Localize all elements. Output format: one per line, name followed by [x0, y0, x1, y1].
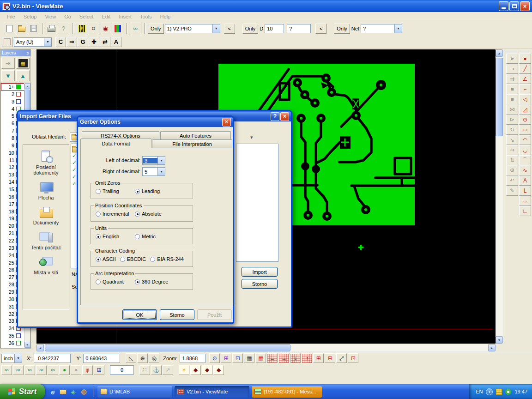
radio-option[interactable]: 360 Degree	[135, 279, 169, 284]
goto-dcode-button[interactable]: G	[78, 37, 88, 47]
radio-option[interactable]: Quadrant	[96, 279, 135, 284]
grid-snap-icon[interactable]: ⊞	[313, 353, 324, 363]
canvas-vertical-scrollbar[interactable]: ▲ ▼	[496, 49, 503, 344]
pad-select2-icon[interactable]: ◆	[202, 365, 212, 375]
highlight-on-icon[interactable]: ●	[59, 365, 70, 375]
menu-item[interactable]: Go	[60, 13, 75, 20]
scroll-right-icon[interactable]: ►	[488, 344, 496, 351]
radio-icon[interactable]	[135, 212, 140, 217]
import-button[interactable]: Import	[242, 267, 278, 277]
apply-button[interactable]: Použít	[197, 309, 232, 320]
nudge-icon[interactable]: ⇅	[506, 155, 518, 165]
components-button[interactable]: ⌗	[88, 23, 99, 34]
scale-icon[interactable]: ↘	[506, 135, 518, 145]
anchor-icon[interactable]: ⚓	[151, 365, 162, 375]
probe-phi-icon[interactable]: φ	[82, 365, 93, 375]
close-button[interactable]: ×	[520, 1, 530, 11]
new-file-button[interactable]	[4, 23, 15, 34]
radio-icon[interactable]	[96, 257, 101, 262]
toolbar-grip[interactable]	[519, 51, 530, 52]
radio-option[interactable]: Trailing	[96, 188, 135, 194]
rect-tool-icon[interactable]: ▭	[519, 125, 531, 135]
circle-tool-icon[interactable]: ⊙	[519, 115, 531, 125]
menu-item[interactable]: Select	[75, 13, 98, 20]
chevron-down-icon[interactable]: ▼	[157, 157, 165, 164]
view-sketch-icon[interactable]: ∞	[48, 365, 58, 375]
view-draw-icon[interactable]: ∞	[36, 365, 47, 375]
draw-edit-icon[interactable]: ✎	[506, 186, 518, 196]
square-tool-icon[interactable]: ■	[506, 84, 518, 94]
pan-left-icon[interactable]: ←	[267, 353, 278, 363]
text-tool-icon[interactable]: A	[519, 175, 531, 186]
tab-data-format[interactable]: Data Format	[80, 139, 151, 148]
task-viewmate[interactable]: V2.bin - ViewMate	[175, 386, 249, 398]
probe-icon[interactable]: ◎	[149, 353, 159, 363]
pan-up-icon[interactable]: ↑	[302, 353, 312, 363]
chevron-down-icon[interactable]: ▼	[394, 24, 402, 33]
undo-icon[interactable]: ↶	[506, 175, 518, 186]
maximize-button[interactable]	[509, 1, 519, 11]
dcode-input[interactable]: 10	[265, 24, 284, 33]
import-cancel-button[interactable]: Storno	[242, 279, 278, 289]
offset-value[interactable]: 0	[110, 365, 134, 375]
radio-icon[interactable]	[120, 257, 125, 262]
radio-icon[interactable]	[150, 257, 155, 262]
dim-tool-icon[interactable]: ↔	[519, 196, 531, 206]
only-layer-button[interactable]: Only	[148, 24, 164, 34]
minimize-button[interactable]	[499, 1, 508, 11]
scroll-left-icon[interactable]: ◄	[36, 344, 44, 351]
settings-icon[interactable]: ⚙	[506, 165, 518, 175]
arc2-tool-icon[interactable]: ⌒	[519, 155, 531, 165]
triangle-tool-icon[interactable]: ◿	[519, 104, 531, 115]
square2-tool-icon[interactable]: ■	[506, 94, 518, 104]
gerber-dialog-titlebar[interactable]: Gerber Options ×	[78, 117, 233, 127]
tray-notes-icon[interactable]	[496, 389, 502, 395]
view-all-icon[interactable]: ∞	[1, 365, 12, 375]
layer-up-button[interactable]: ▲	[16, 70, 30, 81]
scurve-tool-icon[interactable]: ∿	[519, 165, 531, 175]
dock-layer-button[interactable]: ⇥	[1, 58, 15, 69]
scroll-down-icon[interactable]: ▼	[24, 342, 30, 348]
zoom-select-icon[interactable]: ⊡	[232, 353, 243, 363]
chevron-down-icon[interactable]: ▼	[44, 38, 51, 46]
radio-option[interactable]: ASCII	[96, 256, 116, 262]
pad-select3-icon[interactable]: ◆	[213, 365, 224, 375]
print-button[interactable]	[46, 23, 57, 34]
dialog-help-icon[interactable]: ?	[271, 112, 279, 121]
radio-icon[interactable]	[135, 279, 140, 284]
radio-icon[interactable]	[96, 279, 101, 284]
chevron-down-icon[interactable]: ▼	[14, 354, 22, 363]
layer-color-swatch[interactable]	[16, 85, 21, 89]
radio-option[interactable]: Absolute	[135, 211, 162, 217]
quicklaunch-firefox-icon[interactable]: ◍	[80, 388, 88, 396]
flash-select-icon[interactable]: ✶	[179, 365, 189, 375]
radio-option[interactable]: Metric	[135, 234, 156, 239]
layer-down-button[interactable]: ▼	[1, 70, 15, 81]
place-desktop[interactable]: Plocha	[24, 181, 68, 200]
pan-right-icon[interactable]: →	[278, 353, 289, 363]
curve-tool-icon[interactable]: ◡	[519, 145, 531, 155]
dcode-circle-button[interactable]: ◉	[100, 23, 111, 34]
prev-layer-button[interactable]: <	[224, 24, 235, 34]
menu-item[interactable]: File	[3, 13, 19, 20]
move-step-icon[interactable]: ⇒	[506, 145, 518, 155]
scroll-up-icon[interactable]: ▲	[496, 49, 503, 57]
pan-mode-icon[interactable]: ↗	[163, 365, 173, 375]
grid-snap2-icon[interactable]: ⊟	[325, 353, 335, 363]
dots-grid-icon[interactable]: ∷	[139, 365, 150, 375]
layer-color-swatch[interactable]	[16, 341, 21, 345]
select-pointer-icon[interactable]: ➤	[506, 54, 518, 64]
radio-icon[interactable]	[96, 189, 101, 194]
line-tool-icon[interactable]: ╱	[519, 64, 531, 74]
cancel-button[interactable]: Storno	[160, 309, 194, 320]
net-combo[interactable]: ? ▼	[361, 24, 402, 33]
quicklaunch-ie-icon[interactable]: e	[49, 388, 57, 396]
right-of-decimal-combo[interactable]: 5 ▼	[142, 167, 165, 176]
dcode-query-input[interactable]: ?	[287, 24, 311, 33]
toolbar-grip[interactable]	[506, 51, 517, 52]
radio-icon[interactable]	[96, 212, 101, 217]
radio-option[interactable]: EBCDIC	[120, 256, 146, 262]
measure-button[interactable]: ∞	[130, 23, 141, 34]
arc-tool-icon[interactable]: ◠	[519, 135, 531, 145]
menu-item[interactable]: View	[41, 13, 60, 20]
